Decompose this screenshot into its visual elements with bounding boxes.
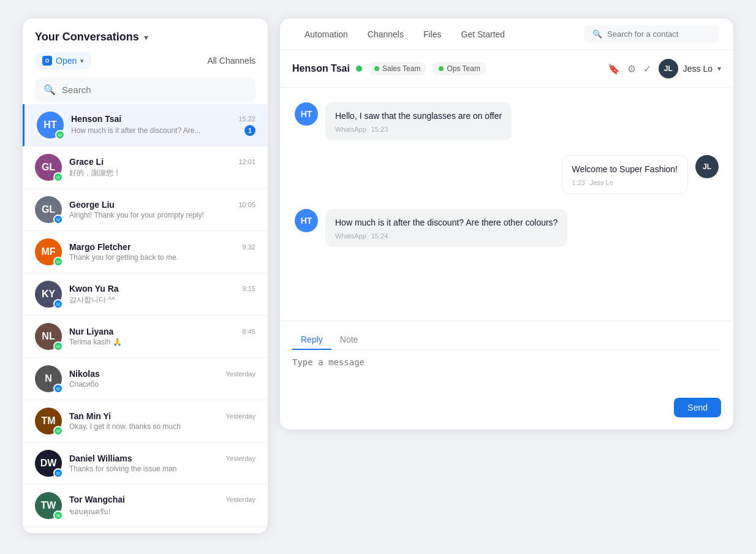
bookmark-icon[interactable]: 🔖 bbox=[608, 63, 620, 75]
conv-preview: Thank you for getting back to me. bbox=[69, 253, 178, 262]
reply-input[interactable] bbox=[292, 357, 721, 388]
conv-item-nur[interactable]: NL W Nur Liyana 8:45 Terima kasih 🙏 bbox=[23, 316, 268, 358]
avatar-wrap: N M bbox=[35, 365, 62, 392]
conv-time: 10:05 bbox=[238, 201, 255, 208]
agent-info[interactable]: JL Jess Lo ▾ bbox=[659, 59, 721, 78]
conv-item-nikolas[interactable]: N M Nikolas Yesterday Спасибо bbox=[23, 358, 268, 400]
conv-preview: Okay, I get it now, thanks so much bbox=[69, 422, 181, 431]
conv-top: Grace Li 12:01 bbox=[69, 157, 255, 167]
conv-preview: ขอบคุณครับ! bbox=[69, 506, 110, 517]
conv-name: George Liu bbox=[69, 200, 115, 210]
avatar-wrap: HT W bbox=[37, 112, 64, 138]
contact-msg-avatar: HT bbox=[295, 209, 318, 232]
open-filter-label: Open bbox=[56, 56, 77, 66]
conversations-title: Your Conversations ▾ bbox=[35, 31, 255, 44]
search-input[interactable] bbox=[62, 85, 247, 95]
conv-item-grace[interactable]: GL W Grace Li 12:01 好的，謝謝您！ bbox=[23, 146, 268, 189]
conv-name: Grace Li bbox=[69, 157, 104, 167]
conv-preview: Thanks for solving the issue man bbox=[69, 465, 176, 473]
conv-time: Yesterday bbox=[225, 412, 255, 420]
open-filter-button[interactable]: O Open ▾ bbox=[35, 52, 91, 69]
conv-name: Henson Tsai bbox=[71, 114, 121, 124]
filter-row: O Open ▾ All Channels bbox=[35, 52, 255, 69]
nav-item-files[interactable]: Files bbox=[414, 18, 452, 50]
reply-footer: Send bbox=[292, 398, 721, 417]
agent-msg-avatar: JL bbox=[695, 155, 719, 178]
conv-name: Tor Wangchai bbox=[69, 495, 125, 504]
conv-item-tor[interactable]: TW W Tor Wangchai Yesterday ขอบคุณครับ! bbox=[23, 485, 268, 527]
avatar-wrap: NL W bbox=[35, 323, 62, 350]
conv-time: 9:15 bbox=[243, 285, 255, 292]
team-tag-sales: Sales Team bbox=[368, 62, 426, 75]
conv-body: Tan Min Yi Yesterday Okay, I get it now,… bbox=[69, 411, 255, 431]
avatar-wrap: GL M bbox=[35, 196, 62, 223]
conv-time: Yesterday bbox=[225, 455, 255, 462]
send-button[interactable]: Send bbox=[674, 398, 721, 417]
conversations-list: HT W Henson Tsai 15:22 How much is it af… bbox=[23, 104, 268, 533]
conv-item-lexie[interactable]: LW M Lexie Williams Yesterday I'll check… bbox=[23, 527, 268, 533]
chat-header-actions: 🔖 ⚙ ✓ JL Jess Lo ▾ bbox=[608, 59, 721, 78]
all-channels-filter[interactable]: All Channels bbox=[207, 56, 255, 66]
conv-top: Tor Wangchai Yesterday bbox=[69, 495, 255, 504]
app-container: Your Conversations ▾ O Open ▾ All Channe… bbox=[23, 18, 733, 533]
conv-top: Tan Min Yi Yesterday bbox=[69, 411, 255, 421]
avatar-wrap: MF W bbox=[35, 238, 62, 265]
unread-badge: 1 bbox=[244, 125, 255, 136]
conv-item-tanminyi[interactable]: TM W Tan Min Yi Yesterday Okay, I get it… bbox=[23, 400, 268, 442]
nav-search-input[interactable] bbox=[607, 29, 710, 39]
agent-chevron-icon: ▾ bbox=[717, 64, 721, 73]
conv-body: Kwon Yu Ra 9:15 감사합니다 ^^ bbox=[69, 284, 255, 305]
conv-preview: 감사합니다 ^^ bbox=[69, 295, 115, 305]
conv-time: 9:32 bbox=[243, 243, 255, 251]
conv-item-kwon[interactable]: KY M Kwon Yu Ra 9:15 감사합니다 ^^ bbox=[23, 273, 268, 316]
conv-time: 15:22 bbox=[238, 115, 255, 123]
channel-badge-icon: W bbox=[53, 426, 63, 436]
ops-team-label: Ops Team bbox=[447, 64, 480, 73]
conversations-chevron-icon[interactable]: ▾ bbox=[144, 32, 148, 42]
settings-icon[interactable]: ⚙ bbox=[627, 63, 636, 75]
msg-meta: WhatsApp15:24 bbox=[335, 232, 558, 240]
contact-msg-avatar: HT bbox=[295, 102, 318, 126]
nav-search-box: 🔍 bbox=[584, 25, 719, 43]
channel-badge-icon: M bbox=[53, 468, 63, 478]
reply-tab-reply[interactable]: Reply bbox=[292, 331, 331, 349]
conv-preview: How much is it after the discount? Are..… bbox=[71, 126, 200, 135]
conv-name: Nur Liyana bbox=[69, 327, 113, 336]
conv-top: Nur Liyana 8:45 bbox=[69, 327, 255, 336]
online-status-icon bbox=[356, 66, 362, 72]
conv-item-margo[interactable]: MF W Margo Fletcher 9:32 Thank you for g… bbox=[23, 231, 268, 273]
conv-item-george[interactable]: GL M George Liu 10:05 Alright! Thank you… bbox=[23, 189, 268, 231]
nav-item-automation[interactable]: Automation bbox=[295, 18, 358, 50]
checkmark-icon[interactable]: ✓ bbox=[643, 63, 651, 75]
channel-badge-icon: M bbox=[53, 384, 63, 393]
nav-item-get-started[interactable]: Get Started bbox=[452, 18, 515, 50]
msg-meta: WhatsApp15:23 bbox=[335, 126, 502, 133]
conv-preview: Спасибо bbox=[69, 380, 99, 389]
conv-preview: Terima kasih 🙏 bbox=[69, 338, 122, 346]
conv-item-daniel[interactable]: DW M Daniel Williams Yesterday Thanks fo… bbox=[23, 442, 268, 485]
chat-contact-name: Henson Tsai bbox=[292, 63, 350, 74]
reply-tab-note[interactable]: Note bbox=[331, 331, 367, 349]
avatar-wrap: GL W bbox=[35, 154, 62, 181]
agent-name: Jess Lo bbox=[683, 64, 713, 74]
conv-body: Nikolas Yesterday Спасибо bbox=[69, 369, 255, 389]
conv-name: Tan Min Yi bbox=[69, 411, 111, 421]
conv-item-henson[interactable]: HT W Henson Tsai 15:22 How much is it af… bbox=[23, 104, 268, 146]
conv-body: Henson Tsai 15:22 How much is it after t… bbox=[71, 114, 255, 136]
conv-time: Yesterday bbox=[225, 496, 255, 503]
left-header: Your Conversations ▾ O Open ▾ All Channe… bbox=[23, 18, 268, 102]
msg-meta: 1:23Jess Lo bbox=[572, 179, 678, 186]
msg-bubble: Hello, I saw that the sunglasses are on … bbox=[325, 102, 512, 140]
conv-top: Henson Tsai 15:22 bbox=[71, 114, 255, 124]
reply-box: Reply Note Send bbox=[280, 321, 733, 430]
conv-name: Nikolas bbox=[69, 369, 100, 379]
conv-body: Grace Li 12:01 好的，謝謝您！ bbox=[69, 157, 255, 178]
nav-item-channels[interactable]: Channels bbox=[358, 18, 414, 50]
conv-top: Margo Fletcher 9:32 bbox=[69, 242, 255, 252]
sales-team-dot bbox=[374, 66, 379, 71]
channel-badge-icon: W bbox=[53, 341, 63, 351]
avatar-wrap: TM W bbox=[35, 408, 62, 434]
channel-badge-icon: M bbox=[53, 299, 63, 309]
msg-bubble: Welcome to Super Fashion! 1:23Jess Lo bbox=[562, 155, 689, 194]
conv-top: Nikolas Yesterday bbox=[69, 369, 255, 379]
